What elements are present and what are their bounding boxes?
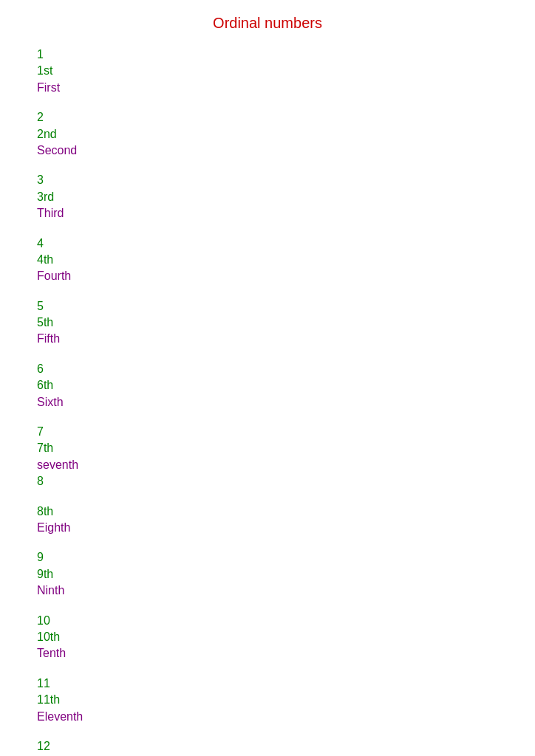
ordinal-abbr-4: 4th	[37, 252, 535, 268]
ordinal-num-12: 12	[37, 738, 535, 755]
ordinal-abbr-2: 2nd	[37, 126, 535, 142]
ordinal-abbr-10: 10th	[37, 629, 535, 645]
ordinal-word-3: Third	[37, 205, 535, 221]
ordinal-word-5: Fifth	[37, 331, 535, 347]
ordinal-abbr-1: 1st	[37, 63, 535, 79]
ordinal-word-4: Fourth	[37, 268, 535, 284]
ordinal-word-1: First	[37, 80, 535, 96]
ordinal-num-9: 9	[37, 549, 535, 566]
page-title: Ordinal numbers	[0, 0, 535, 43]
ordinal-num-8-inline: 8	[37, 473, 535, 489]
ordinal-word-6: Sixth	[37, 394, 535, 410]
ordinal-abbr-3: 3rd	[37, 189, 535, 205]
ordinal-entry-3: 33rdThird	[37, 172, 535, 221]
ordinal-entry-10: 1010thTenth	[37, 613, 535, 662]
ordinal-num-11: 11	[37, 676, 535, 692]
ordinal-entry-9: 99thNinth	[37, 549, 535, 599]
ordinal-num-5: 5	[37, 298, 535, 315]
ordinal-abbr-7: 7th	[37, 440, 535, 456]
ordinal-num-2: 2	[37, 109, 535, 126]
ordinal-word-8: Eighth	[37, 520, 535, 536]
ordinal-entry-8: 8thEighth	[37, 504, 535, 537]
ordinal-num-6: 6	[37, 361, 535, 377]
ordinal-word-10: Tenth	[37, 645, 535, 662]
ordinal-word-2: Second	[37, 142, 535, 159]
ordinal-entry-5: 55thFifth	[37, 298, 535, 348]
ordinal-entry-7: 77thseventh8	[37, 424, 535, 490]
ordinal-abbr-11: 11th	[37, 692, 535, 708]
ordinal-abbr-6: 6th	[37, 377, 535, 394]
ordinal-abbr-9: 9th	[37, 566, 535, 583]
ordinal-list: 11stFirst22ndSecond33rdThird44thFourth55…	[0, 43, 535, 756]
ordinal-entry-11: 1111thEleventh	[37, 676, 535, 725]
ordinal-word-9: Ninth	[37, 583, 535, 599]
ordinal-entry-4: 44thFourth	[37, 236, 535, 285]
ordinal-entry-12: 1212thTwelfth	[37, 738, 535, 756]
ordinal-num-3: 3	[37, 172, 535, 188]
ordinal-entry-2: 22ndSecond	[37, 109, 535, 159]
ordinal-entry-6: 66thSixth	[37, 361, 535, 410]
ordinal-num-4: 4	[37, 236, 535, 252]
ordinal-word-11: Eleventh	[37, 709, 535, 725]
ordinal-abbr-5: 5th	[37, 315, 535, 331]
ordinal-num-1: 1	[37, 47, 535, 63]
ordinal-entry-1: 11stFirst	[37, 47, 535, 96]
ordinal-abbr-8: 8th	[37, 504, 535, 520]
ordinal-word-7: seventh	[37, 457, 535, 473]
ordinal-num-10: 10	[37, 613, 535, 629]
ordinal-num-7: 7	[37, 424, 535, 440]
